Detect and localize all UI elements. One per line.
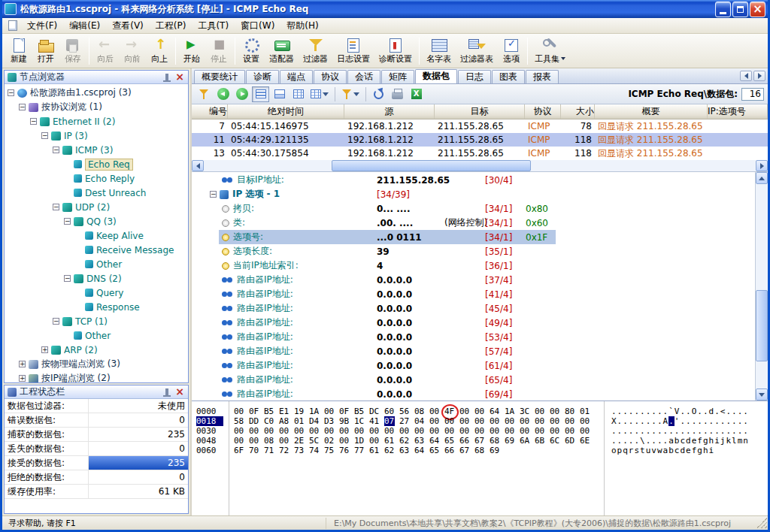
hex-byte[interactable]: 00	[249, 436, 264, 446]
previous-packet-button[interactable]	[214, 86, 232, 102]
hex-byte[interactable]: 04	[414, 416, 429, 426]
hex-byte[interactable]: 00	[490, 426, 505, 436]
decode-row[interactable]: 选项长度:39[35/1]	[192, 244, 755, 258]
hex-byte[interactable]: D3	[324, 416, 339, 426]
expander-minus-icon[interactable]: −	[8, 89, 14, 96]
column-header[interactable]: 协议	[525, 104, 561, 119]
hex-byte[interactable]: 00	[550, 416, 565, 426]
hex-byte[interactable]: 07	[384, 416, 399, 426]
hex-byte[interactable]: 69	[490, 446, 505, 455]
column-header[interactable]: 大小	[561, 104, 595, 119]
column-header[interactable]: 编号	[192, 104, 228, 119]
tree-item[interactable]: Keep Alive	[5, 228, 188, 243]
document-icon[interactable]	[8, 20, 17, 31]
tree-item[interactable]: Dest Unreach	[5, 186, 188, 200]
close-icon[interactable]	[174, 386, 185, 397]
view-split-button[interactable]	[271, 86, 288, 102]
hex-byte[interactable]: 00	[580, 416, 595, 426]
hex-byte[interactable]: 80	[565, 407, 580, 416]
hex-byte[interactable]: 5C	[309, 436, 324, 446]
packet-count-field[interactable]: 16	[741, 88, 764, 101]
toolbar-button-name-table[interactable]: 名字表	[422, 35, 456, 67]
hex-byte[interactable]: 00	[279, 426, 294, 436]
toolbar-button-filter[interactable]: 过滤器	[299, 35, 332, 67]
hex-byte[interactable]: DD	[249, 416, 264, 426]
hex-byte[interactable]: 61	[384, 436, 399, 446]
hex-byte[interactable]: 56	[399, 407, 414, 416]
tree-item[interactable]: Query	[5, 286, 188, 300]
menu-item-6[interactable]: 帮助(H)	[280, 18, 324, 34]
toolbar-button-up-arrow[interactable]: 向上	[146, 35, 173, 67]
hex-byte[interactable]: 71	[264, 446, 279, 455]
hex-byte[interactable]: B5	[264, 407, 279, 416]
hex-byte[interactable]: 70	[249, 446, 264, 455]
hex-byte[interactable]: 00	[414, 426, 429, 436]
tab-scroll-left-button[interactable]	[740, 71, 752, 81]
column-header[interactable]: 目标	[435, 104, 525, 119]
tab-9[interactable]: 报表	[526, 70, 559, 83]
decode-row[interactable]: 当前IP地址索引:4[36/1]	[192, 258, 755, 273]
toolbar-button-options[interactable]: 选项	[498, 35, 525, 67]
tree-item[interactable]: −IP (3)	[5, 128, 188, 143]
hex-byte[interactable]: 00	[369, 436, 384, 446]
hex-byte[interactable]: 00	[505, 416, 520, 426]
column-header[interactable]: 绝对时间	[228, 104, 344, 119]
hex-byte[interactable]: 00	[459, 407, 474, 416]
hex-byte[interactable]: 19	[294, 407, 309, 416]
scroll-right-button[interactable]	[756, 160, 768, 171]
column-header[interactable]: 源	[344, 104, 435, 119]
scrollbar-track[interactable]	[204, 160, 756, 171]
filter-edit-button[interactable]	[196, 86, 213, 102]
hex-byte[interactable]: 63	[414, 436, 429, 446]
column-header[interactable]: IP:选项号	[708, 104, 768, 119]
hex-byte[interactable]: 00	[234, 426, 249, 436]
toolbar-button-save-disk[interactable]: 保存	[59, 35, 86, 67]
decode-row[interactable]: 路由器IP地址:0.0.0.0[69/4]	[192, 387, 755, 401]
hex-byte[interactable]: 00	[429, 416, 444, 426]
decode-row[interactable]: 路由器IP地址:0.0.0.0[37/4]	[192, 273, 755, 287]
toolbar-button-log-settings[interactable]: 日志设置	[332, 35, 374, 67]
hex-byte[interactable]: 00	[279, 436, 294, 446]
hex-byte[interactable]: 69	[505, 436, 520, 446]
hex-byte[interactable]: 68	[474, 446, 490, 455]
toolbar-button-new-document[interactable]: 新建	[5, 35, 32, 67]
hex-byte[interactable]: 6A	[520, 436, 535, 446]
hex-byte[interactable]: 6C	[550, 436, 565, 446]
scrollbar-track[interactable]	[756, 184, 768, 388]
hex-byte[interactable]: 00	[444, 426, 459, 436]
packet-row[interactable]: 1105:44:29.121135192.168.1.212211.155.28…	[192, 133, 768, 147]
hex-byte[interactable]: 00	[580, 426, 595, 436]
hex-byte[interactable]: 00	[520, 416, 535, 426]
hex-byte[interactable]: 00	[354, 426, 369, 436]
refresh-button[interactable]	[370, 86, 387, 102]
hex-byte[interactable]: 00	[324, 426, 339, 436]
decode-row[interactable]: 路由器IP地址:0.0.0.0[45/4]	[192, 301, 755, 316]
hex-byte[interactable]: 00	[309, 426, 324, 436]
hex-byte[interactable]: 27	[399, 416, 414, 426]
hex-byte[interactable]: 08	[414, 407, 429, 416]
hex-byte[interactable]: 75	[324, 446, 339, 455]
export-button[interactable]	[408, 86, 425, 102]
tree-item[interactable]: Echo Req	[5, 157, 188, 171]
toolbar-button-diagnosis-settings[interactable]: 诊断设置	[374, 35, 417, 67]
tab-3[interactable]: 协议	[314, 70, 347, 83]
view-options-dropdown[interactable]	[308, 86, 331, 102]
hex-byte[interactable]: 00	[444, 416, 459, 426]
expander-minus-icon[interactable]: −	[64, 275, 71, 282]
hex-byte[interactable]: 01	[580, 407, 595, 416]
hex-byte[interactable]: 1D	[354, 436, 369, 446]
hex-byte[interactable]: 61	[369, 446, 384, 455]
tree-item[interactable]: +ARP (2)	[5, 343, 188, 357]
tree-item[interactable]: −松散源路由1.cscproj (3)	[5, 86, 188, 100]
tree-item[interactable]: −TCP (1)	[5, 314, 188, 328]
hex-byte[interactable]: 62	[399, 436, 414, 446]
tab-0[interactable]: 概要统计	[194, 70, 245, 83]
decode-row[interactable]: 目标IP地址:211.155.28.65[30/4]	[192, 173, 755, 187]
hex-byte[interactable]: 00	[490, 416, 505, 426]
toolbar-button-settings[interactable]: 设置	[238, 35, 265, 67]
hex-byte[interactable]: 00	[339, 426, 354, 436]
hex-byte[interactable]: 67	[459, 446, 474, 455]
expander-minus-icon[interactable]: −	[53, 147, 59, 153]
hex-byte[interactable]: 00	[565, 426, 580, 436]
decode-row[interactable]: 路由器IP地址:0.0.0.0[53/4]	[192, 330, 755, 344]
